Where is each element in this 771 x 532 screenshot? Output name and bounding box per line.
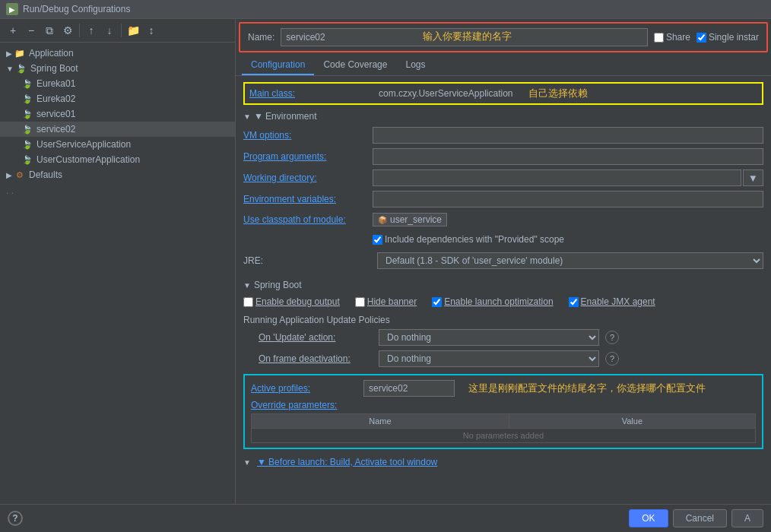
bottom-buttons: OK Cancel A — [629, 509, 763, 527]
tree-label-springboot: Spring Boot — [30, 63, 78, 74]
title-bar: ▶ Run/Debug Configurations — [0, 0, 771, 19]
config-tree: ▶ 📁 Application ▼ 🍃 Spring Boot 🍃 Eureka… — [0, 43, 235, 504]
chevron-right-icon: ▶ — [6, 49, 12, 58]
tab-configuration[interactable]: Configuration — [242, 55, 314, 75]
debug-output-checkbox[interactable] — [243, 297, 253, 307]
tree-item-eureka02[interactable]: 🍃 Eureka02 — [0, 91, 235, 106]
classpath-row: Use classpath of module: 📦 user_service — [243, 210, 763, 230]
launch-opt-checkbox[interactable] — [432, 297, 442, 307]
active-profiles-row: Active profiles: 这里是刚刚配置文件的结尾名字，你选择哪个配置文… — [251, 380, 756, 397]
program-args-input[interactable] — [373, 148, 763, 165]
hide-banner-label[interactable]: Hide banner — [355, 296, 417, 307]
vm-options-row: VM options: — [243, 125, 763, 146]
sort-button[interactable]: ↕ — [143, 22, 160, 39]
single-instance-checkbox-label[interactable]: Single instar — [696, 32, 759, 43]
tree-item-service02[interactable]: 🍃 service02 — [0, 122, 235, 137]
name-row: Name: 输入你要搭建的名字 Share Single instar — [239, 22, 768, 52]
move-up-button[interactable]: ↑ — [83, 22, 100, 39]
update-policies-label: Running Application Update Policies — [243, 313, 763, 327]
window-icon: ▶ — [6, 3, 18, 15]
config-icon-service01: 🍃 — [21, 108, 33, 120]
tree-label-application: Application — [29, 48, 74, 59]
jre-row: JRE: Default (1.8 - SDK of 'user_service… — [243, 249, 763, 272]
tree-label-defaults: Defaults — [29, 169, 62, 180]
active-profiles-label: Active profiles: — [251, 383, 357, 394]
tree-item-service01[interactable]: 🍃 service01 — [0, 106, 235, 122]
share-checkbox-label[interactable]: Share — [654, 32, 690, 43]
hide-banner-checkbox[interactable] — [355, 297, 365, 307]
help-button[interactable]: ? — [8, 511, 23, 526]
launch-opt-label[interactable]: Enable launch optimization — [432, 296, 553, 307]
folder-icon: 📁 — [14, 47, 26, 59]
share-checkbox[interactable] — [654, 33, 664, 43]
include-dep-row: Include dependencies with "Provided" sco… — [243, 230, 763, 249]
window-title: Run/Debug Configurations — [23, 4, 130, 14]
spring-boot-section-header[interactable]: ▼ Spring Boot — [243, 277, 763, 293]
params-value-col: Value — [509, 414, 755, 429]
config-icon-usercustomer: 🍃 — [21, 154, 33, 166]
on-update-select[interactable]: Do nothing Update classes and resources … — [379, 329, 599, 346]
tree-label-eureka01: Eureka01 — [36, 78, 75, 89]
override-label: Override parameters: — [251, 400, 357, 410]
copy-config-button[interactable]: ⧉ — [41, 22, 58, 39]
add-config-button[interactable]: + — [5, 22, 21, 39]
config-icon-eureka02: 🍃 — [21, 93, 33, 105]
module-icon: 📦 — [378, 216, 387, 224]
tree-item-application[interactable]: ▶ 📁 Application — [0, 46, 235, 61]
spring-boot-section: ▼ Spring Boot Enable debug output Hide b… — [243, 277, 763, 369]
move-to-group-button[interactable]: ⚙ — [59, 22, 76, 39]
apply-button[interactable]: A — [731, 509, 763, 527]
spring-checkboxes: Enable debug output Hide banner Enable l… — [243, 293, 763, 310]
working-dir-input[interactable] — [373, 169, 741, 186]
debug-output-label[interactable]: Enable debug output — [243, 296, 340, 307]
classpath-label: Use classpath of module: — [243, 214, 373, 225]
tree-label-usercustomer: UserCustomerApplication — [36, 154, 140, 165]
params-name-col: Name — [252, 414, 509, 429]
on-update-help-icon[interactable]: ? — [605, 331, 619, 344]
tree-label-service01: service01 — [36, 109, 75, 119]
env-vars-input[interactable] — [373, 191, 763, 207]
cancel-button[interactable]: Cancel — [673, 509, 727, 527]
vm-options-input[interactable] — [373, 127, 763, 144]
working-dir-browse-button[interactable]: ▼ — [743, 169, 763, 186]
tree-item-springboot[interactable]: ▼ 🍃 Spring Boot — [0, 61, 235, 76]
jmx-agent-label[interactable]: Enable JMX agent — [569, 296, 655, 307]
vm-options-label: VM options: — [243, 130, 373, 141]
ok-button[interactable]: OK — [629, 509, 668, 527]
tree-item-usercustomer[interactable]: 🍃 UserCustomerApplication — [0, 152, 235, 167]
environment-section-header[interactable]: ▼ ▼ Environment — [243, 108, 763, 125]
module-tag: 📦 user_service — [373, 213, 447, 226]
main-class-container: Main class: com.czxy.UserServiceApplicat… — [243, 82, 763, 105]
active-profiles-annotation: 这里是刚刚配置文件的结尾名字，你选择哪个配置文件 — [468, 382, 706, 395]
name-annotation-text: 输入你要搭建的名字 — [423, 30, 512, 43]
chevron-down-icon: ▼ — [6, 65, 14, 73]
jmx-agent-checkbox[interactable] — [569, 297, 579, 307]
on-update-label: On 'Update' action: — [259, 332, 373, 343]
config-icon-service02: 🍃 — [21, 123, 33, 135]
include-dep-checkbox-label[interactable]: Include dependencies with "Provided" sco… — [373, 234, 564, 245]
jre-select[interactable]: Default (1.8 - SDK of 'user_service' mod… — [377, 252, 763, 269]
remove-config-button[interactable]: − — [23, 22, 40, 39]
tree-item-defaults[interactable]: ▶ ⚙ Defaults — [0, 167, 235, 182]
active-profiles-input[interactable] — [363, 380, 455, 397]
name-checkboxes: Share Single instar — [654, 32, 759, 43]
tab-code-coverage[interactable]: Code Coverage — [314, 55, 396, 75]
config-content: Main class: com.czxy.UserServiceApplicat… — [236, 76, 771, 504]
main-class-value: com.czxy.UserServiceApplication — [379, 88, 513, 99]
bottom-left: ? — [8, 511, 23, 526]
main-class-label: Main class: — [249, 88, 379, 99]
name-field-label: Name: — [248, 32, 274, 43]
tree-item-userservice[interactable]: 🍃 UserServiceApplication — [0, 137, 235, 152]
on-frame-select[interactable]: Do nothing Update classes and resources … — [379, 350, 599, 367]
tree-item-eureka01[interactable]: 🍃 Eureka01 — [0, 76, 235, 91]
left-panel: + − ⧉ ⚙ ↑ ↓ 📁 ↕ ▶ 📁 Application — [0, 19, 236, 504]
folder-button[interactable]: 📁 — [125, 22, 141, 39]
override-row: Override parameters: — [251, 400, 756, 410]
tree-label-eureka02: Eureka02 — [36, 93, 75, 104]
before-launch-section[interactable]: ▼ ▼ Before launch: Build, Activate tool … — [243, 454, 763, 470]
tab-logs[interactable]: Logs — [396, 55, 434, 75]
on-frame-help-icon[interactable]: ? — [605, 352, 619, 366]
include-dep-checkbox[interactable] — [373, 235, 382, 245]
single-instance-checkbox[interactable] — [696, 33, 706, 43]
move-down-button[interactable]: ↓ — [101, 22, 118, 39]
